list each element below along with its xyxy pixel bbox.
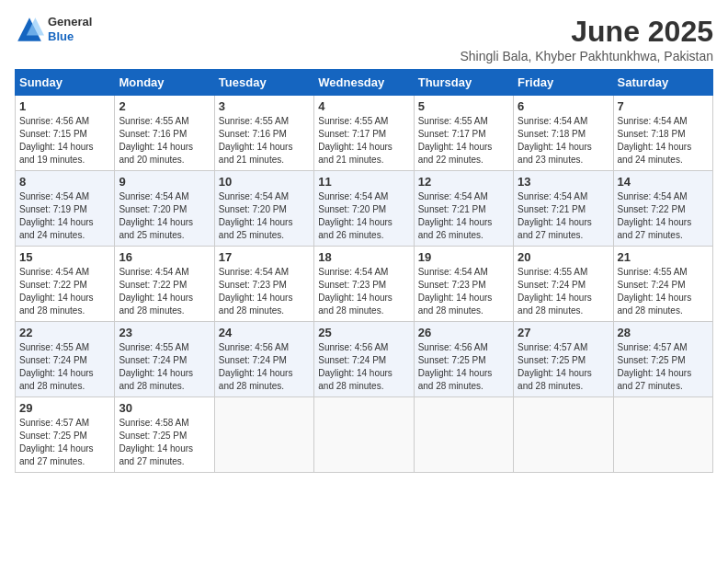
day-info: Sunrise: 4:54 AM Sunset: 7:23 PM Dayligh… <box>318 266 409 317</box>
col-header-saturday: Saturday <box>613 70 712 96</box>
calendar-cell <box>514 397 613 473</box>
calendar-cell: 27Sunrise: 4:57 AM Sunset: 7:25 PM Dayli… <box>514 322 613 397</box>
day-info: Sunrise: 4:54 AM Sunset: 7:23 PM Dayligh… <box>219 266 310 317</box>
calendar-cell: 24Sunrise: 4:56 AM Sunset: 7:24 PM Dayli… <box>214 322 313 397</box>
calendar-cell: 12Sunrise: 4:54 AM Sunset: 7:21 PM Dayli… <box>414 171 513 247</box>
calendar-week-0: 1Sunrise: 4:56 AM Sunset: 7:15 PM Daylig… <box>16 96 713 171</box>
calendar-cell: 30Sunrise: 4:58 AM Sunset: 7:25 PM Dayli… <box>115 397 214 473</box>
calendar-cell: 8Sunrise: 4:54 AM Sunset: 7:19 PM Daylig… <box>16 171 115 247</box>
day-number: 1 <box>19 99 110 113</box>
day-info: Sunrise: 4:55 AM Sunset: 7:24 PM Dayligh… <box>518 266 609 317</box>
calendar-cell <box>314 397 414 473</box>
day-number: 22 <box>19 326 110 339</box>
day-info: Sunrise: 4:57 AM Sunset: 7:25 PM Dayligh… <box>618 341 709 393</box>
day-info: Sunrise: 4:54 AM Sunset: 7:20 PM Dayligh… <box>119 190 210 242</box>
logo-blue: Blue <box>48 29 92 44</box>
calendar-cell: 16Sunrise: 4:54 AM Sunset: 7:22 PM Dayli… <box>115 247 214 322</box>
calendar-cell <box>214 397 313 473</box>
day-number: 29 <box>19 401 110 415</box>
calendar-week-1: 8Sunrise: 4:54 AM Sunset: 7:19 PM Daylig… <box>16 171 713 247</box>
calendar-cell: 11Sunrise: 4:54 AM Sunset: 7:20 PM Dayli… <box>314 171 414 247</box>
calendar-week-4: 29Sunrise: 4:57 AM Sunset: 7:25 PM Dayli… <box>16 397 713 473</box>
day-number: 9 <box>119 175 210 189</box>
col-header-tuesday: Tuesday <box>214 70 313 96</box>
calendar-cell: 25Sunrise: 4:56 AM Sunset: 7:24 PM Dayli… <box>314 322 414 397</box>
day-number: 10 <box>219 175 310 189</box>
day-info: Sunrise: 4:54 AM Sunset: 7:18 PM Dayligh… <box>618 115 709 167</box>
day-number: 21 <box>618 250 709 264</box>
day-number: 11 <box>318 175 409 189</box>
day-info: Sunrise: 4:56 AM Sunset: 7:24 PM Dayligh… <box>318 341 409 393</box>
col-header-friday: Friday <box>514 70 613 96</box>
calendar-cell: 15Sunrise: 4:54 AM Sunset: 7:22 PM Dayli… <box>16 247 115 322</box>
day-number: 7 <box>618 99 709 113</box>
day-number: 5 <box>418 99 509 113</box>
day-info: Sunrise: 4:54 AM Sunset: 7:18 PM Dayligh… <box>518 115 609 167</box>
day-info: Sunrise: 4:56 AM Sunset: 7:25 PM Dayligh… <box>418 341 509 393</box>
title-block: June 2025 Shingli Bala, Khyber Pakhtunkh… <box>461 15 714 63</box>
calendar-week-2: 15Sunrise: 4:54 AM Sunset: 7:22 PM Dayli… <box>16 247 713 322</box>
calendar-cell: 7Sunrise: 4:54 AM Sunset: 7:18 PM Daylig… <box>613 96 712 171</box>
calendar-header-row: SundayMondayTuesdayWednesdayThursdayFrid… <box>16 70 713 96</box>
day-info: Sunrise: 4:54 AM Sunset: 7:20 PM Dayligh… <box>219 190 310 242</box>
day-number: 12 <box>418 175 509 189</box>
calendar-week-3: 22Sunrise: 4:55 AM Sunset: 7:24 PM Dayli… <box>16 322 713 397</box>
calendar-cell: 1Sunrise: 4:56 AM Sunset: 7:15 PM Daylig… <box>16 96 115 171</box>
calendar-cell: 13Sunrise: 4:54 AM Sunset: 7:21 PM Dayli… <box>514 171 613 247</box>
day-info: Sunrise: 4:56 AM Sunset: 7:15 PM Dayligh… <box>19 115 110 167</box>
calendar-cell: 22Sunrise: 4:55 AM Sunset: 7:24 PM Dayli… <box>16 322 115 397</box>
calendar-cell: 2Sunrise: 4:55 AM Sunset: 7:16 PM Daylig… <box>115 96 214 171</box>
day-info: Sunrise: 4:54 AM Sunset: 7:21 PM Dayligh… <box>518 190 609 242</box>
calendar-cell: 9Sunrise: 4:54 AM Sunset: 7:20 PM Daylig… <box>115 171 214 247</box>
day-info: Sunrise: 4:58 AM Sunset: 7:25 PM Dayligh… <box>119 417 210 468</box>
page-header: General Blue June 2025 Shingli Bala, Khy… <box>15 15 713 63</box>
day-info: Sunrise: 4:55 AM Sunset: 7:16 PM Dayligh… <box>119 115 210 167</box>
day-number: 27 <box>518 326 609 339</box>
calendar-table: SundayMondayTuesdayWednesdayThursdayFrid… <box>15 69 713 473</box>
col-header-monday: Monday <box>115 70 214 96</box>
day-info: Sunrise: 4:54 AM Sunset: 7:23 PM Dayligh… <box>418 266 509 317</box>
day-info: Sunrise: 4:55 AM Sunset: 7:17 PM Dayligh… <box>418 115 509 167</box>
main-title: June 2025 <box>461 15 714 49</box>
logo: General Blue <box>15 15 92 44</box>
subtitle: Shingli Bala, Khyber Pakhtunkhwa, Pakist… <box>461 49 714 63</box>
logo-icon <box>15 15 44 44</box>
calendar-cell: 17Sunrise: 4:54 AM Sunset: 7:23 PM Dayli… <box>214 247 313 322</box>
day-info: Sunrise: 4:55 AM Sunset: 7:16 PM Dayligh… <box>219 115 310 167</box>
day-number: 2 <box>119 99 210 113</box>
day-info: Sunrise: 4:55 AM Sunset: 7:24 PM Dayligh… <box>19 341 110 393</box>
col-header-thursday: Thursday <box>414 70 513 96</box>
col-header-sunday: Sunday <box>16 70 115 96</box>
calendar-cell: 28Sunrise: 4:57 AM Sunset: 7:25 PM Dayli… <box>613 322 712 397</box>
day-number: 3 <box>219 99 310 113</box>
day-number: 24 <box>219 326 310 339</box>
day-number: 6 <box>518 99 609 113</box>
day-number: 26 <box>418 326 509 339</box>
calendar-cell: 10Sunrise: 4:54 AM Sunset: 7:20 PM Dayli… <box>214 171 313 247</box>
day-info: Sunrise: 4:54 AM Sunset: 7:21 PM Dayligh… <box>418 190 509 242</box>
day-number: 16 <box>119 250 210 264</box>
calendar-cell: 29Sunrise: 4:57 AM Sunset: 7:25 PM Dayli… <box>16 397 115 473</box>
day-info: Sunrise: 4:55 AM Sunset: 7:17 PM Dayligh… <box>318 115 409 167</box>
day-number: 13 <box>518 175 609 189</box>
day-number: 28 <box>618 326 709 339</box>
day-number: 8 <box>19 175 110 189</box>
calendar-cell: 18Sunrise: 4:54 AM Sunset: 7:23 PM Dayli… <box>314 247 414 322</box>
day-number: 4 <box>318 99 409 113</box>
calendar-cell: 21Sunrise: 4:55 AM Sunset: 7:24 PM Dayli… <box>613 247 712 322</box>
day-info: Sunrise: 4:54 AM Sunset: 7:22 PM Dayligh… <box>119 266 210 317</box>
calendar-cell: 19Sunrise: 4:54 AM Sunset: 7:23 PM Dayli… <box>414 247 513 322</box>
calendar-cell: 20Sunrise: 4:55 AM Sunset: 7:24 PM Dayli… <box>514 247 613 322</box>
calendar-cell: 5Sunrise: 4:55 AM Sunset: 7:17 PM Daylig… <box>414 96 513 171</box>
logo-general: General <box>48 15 92 29</box>
day-number: 15 <box>19 250 110 264</box>
col-header-wednesday: Wednesday <box>314 70 414 96</box>
day-number: 30 <box>119 401 210 415</box>
calendar-cell: 4Sunrise: 4:55 AM Sunset: 7:17 PM Daylig… <box>314 96 414 171</box>
calendar-cell <box>414 397 513 473</box>
day-number: 17 <box>219 250 310 264</box>
calendar-cell: 26Sunrise: 4:56 AM Sunset: 7:25 PM Dayli… <box>414 322 513 397</box>
day-info: Sunrise: 4:54 AM Sunset: 7:19 PM Dayligh… <box>19 190 110 242</box>
calendar-cell: 3Sunrise: 4:55 AM Sunset: 7:16 PM Daylig… <box>214 96 313 171</box>
day-number: 20 <box>518 250 609 264</box>
